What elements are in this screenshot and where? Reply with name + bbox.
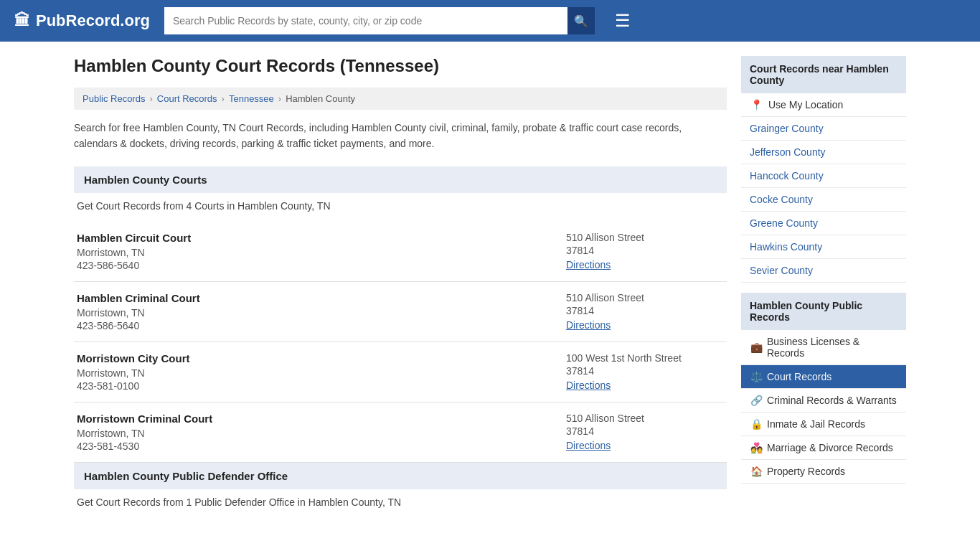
courts-section-desc: Get Court Records from 4 Courts in Hambl… [74,200,727,212]
court-city: Morristown, TN [77,247,552,258]
search-icon: 🔍 [574,14,588,28]
defender-section-header: Hamblen County Public Defender Office [74,463,727,489]
sidebar: Court Records near Hamblen County 📍 Use … [741,56,906,518]
breadcrumb-hamblen-county: Hamblen County [286,93,355,104]
breadcrumb-public-records[interactable]: Public Records [83,93,145,104]
use-location-label: Use My Location [768,99,843,110]
page-body: Hamblen County Court Records (Tennessee)… [60,42,920,532]
court-address: 510 Allison Street [566,232,724,243]
public-record-item[interactable]: 🔒 Inmate & Jail Records [741,413,906,436]
sidebar-nearby-header: Court Records near Hamblen County [741,56,906,93]
court-zip: 37814 [566,305,724,316]
directions-link[interactable]: Directions [566,259,611,270]
nearby-county-item[interactable]: Hawkins County [741,235,906,259]
court-phone[interactable]: 423-586-5640 [77,260,552,271]
court-phone[interactable]: 423-586-5640 [77,320,552,331]
court-name: Hamblen Circuit Court [77,232,552,244]
nearby-county-item[interactable]: Grainger County [741,117,906,141]
page-description: Search for free Hamblen County, TN Court… [74,120,727,152]
nearby-county-item[interactable]: Jefferson County [741,141,906,164]
court-left-0: Hamblen Circuit Court Morristown, TN 423… [77,232,552,271]
court-name: Morristown Criminal Court [77,413,552,425]
directions-link[interactable]: Directions [566,440,611,451]
record-icon: 💼 [750,342,763,353]
courts-section-header: Hamblen County Courts [74,166,727,193]
public-record-item[interactable]: 🔗 Criminal Records & Warrants [741,389,906,413]
sidebar-pubrecords-header: Hamblen County Public Records [741,293,906,330]
public-record-item[interactable]: 💼 Business Licenses & Records [741,330,906,365]
nearby-county-item[interactable]: Greene County [741,212,906,235]
public-record-item[interactable]: ⚖️ Court Records [741,365,906,389]
court-phone[interactable]: 423-581-4530 [77,441,552,452]
courts-list: Hamblen Circuit Court Morristown, TN 423… [74,222,727,463]
court-right-1: 510 Allison Street 37814 Directions [566,292,724,331]
court-right-2: 100 West 1st North Street 37814 Directio… [566,352,724,392]
search-button[interactable]: 🔍 [567,7,595,34]
main-content: Hamblen County Court Records (Tennessee)… [74,56,727,518]
court-city: Morristown, TN [77,307,552,319]
court-address: 510 Allison Street [566,413,724,424]
court-left-1: Hamblen Criminal Court Morristown, TN 42… [77,292,552,331]
menu-icon: ☰ [615,11,631,30]
use-my-location[interactable]: 📍 Use My Location [741,93,906,117]
court-right-3: 510 Allison Street 37814 Directions [566,413,724,452]
court-address: 100 West 1st North Street [566,352,724,364]
court-entry: Hamblen Circuit Court Morristown, TN 423… [74,222,727,282]
record-icon: 🔗 [750,395,763,406]
record-icon: 💑 [750,442,763,453]
public-records-list: 💼 Business Licenses & Records ⚖️ Court R… [741,330,906,484]
logo-text: PubRecord.org [36,11,150,30]
site-header: 🏛 PubRecord.org 🔍 ☰ [0,0,980,42]
record-label: Marriage & Divorce Records [767,442,893,453]
court-entry: Morristown City Court Morristown, TN 423… [74,342,727,402]
court-name: Hamblen Criminal Court [77,292,552,304]
directions-link[interactable]: Directions [566,380,611,391]
court-name: Morristown City Court [77,352,552,364]
breadcrumb-sep-1: › [149,93,152,104]
breadcrumb: Public Records › Court Records › Tenness… [74,88,727,110]
court-city: Morristown, TN [77,367,552,379]
nearby-county-item[interactable]: Hancock County [741,164,906,188]
court-zip: 37814 [566,245,724,256]
search-input[interactable] [164,7,567,34]
court-entry: Morristown Criminal Court Morristown, TN… [74,402,727,463]
breadcrumb-sep-3: › [278,93,281,104]
record-label: Business Licenses & Records [767,336,897,359]
record-label: Property Records [767,466,845,477]
directions-link[interactable]: Directions [566,319,611,331]
nearby-county-item[interactable]: Cocke County [741,188,906,212]
court-right-0: 510 Allison Street 37814 Directions [566,232,724,271]
site-logo[interactable]: 🏛 PubRecord.org [14,11,150,30]
record-icon: ⚖️ [750,371,763,382]
public-record-item[interactable]: 💑 Marriage & Divorce Records [741,436,906,460]
search-area: 🔍 [164,7,595,34]
page-title: Hamblen County Court Records (Tennessee) [74,56,727,76]
record-label: Inmate & Jail Records [767,418,865,430]
court-entry: Hamblen Criminal Court Morristown, TN 42… [74,282,727,342]
court-zip: 37814 [566,425,724,437]
logo-icon: 🏛 [14,11,30,30]
nearby-counties-list: Grainger CountyJefferson CountyHancock C… [741,117,906,283]
court-city: Morristown, TN [77,428,552,439]
record-label: Criminal Records & Warrants [767,395,897,406]
court-address: 510 Allison Street [566,292,724,303]
court-phone[interactable]: 423-581-0100 [77,380,552,392]
record-icon: 🔒 [750,418,763,430]
court-zip: 37814 [566,365,724,377]
record-label: Court Records [767,371,831,382]
record-icon: 🏠 [750,466,763,477]
breadcrumb-tennessee[interactable]: Tennessee [229,93,274,104]
location-icon: 📍 [750,99,763,110]
defender-section-desc: Get Court Records from 1 Public Defender… [74,496,727,508]
breadcrumb-sep-2: › [222,93,225,104]
court-left-2: Morristown City Court Morristown, TN 423… [77,352,552,392]
menu-button[interactable]: ☰ [609,8,636,34]
nearby-county-item[interactable]: Sevier County [741,259,906,283]
court-left-3: Morristown Criminal Court Morristown, TN… [77,413,552,452]
breadcrumb-court-records[interactable]: Court Records [157,93,217,104]
public-record-item[interactable]: 🏠 Property Records [741,460,906,484]
